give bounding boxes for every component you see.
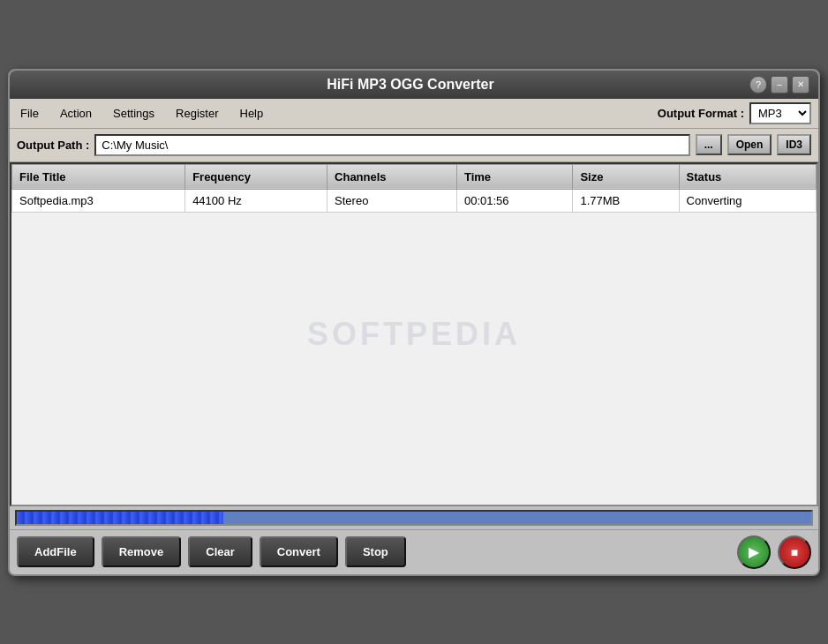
menu-register[interactable]: Register <box>172 105 222 122</box>
clear-button[interactable]: Clear <box>188 536 252 567</box>
play-button[interactable]: ▶ <box>737 535 771 569</box>
path-bar: Output Path : ... Open ID3 <box>10 129 818 162</box>
file-list-container: File Title Frequency Channels Time Size … <box>10 162 818 506</box>
id3-button[interactable]: ID3 <box>777 134 811 155</box>
remove-button[interactable]: Remove <box>102 536 182 567</box>
menu-action[interactable]: Action <box>56 105 95 122</box>
menu-bar: File Action Settings Register Help Outpu… <box>10 99 818 129</box>
browse-button[interactable]: ... <box>696 134 722 155</box>
menu-items: File Action Settings Register Help <box>17 105 658 122</box>
open-button[interactable]: Open <box>727 134 772 155</box>
progress-fill <box>17 512 223 524</box>
cell-status: Converting <box>679 189 816 212</box>
stop-button[interactable]: Stop <box>345 536 406 567</box>
help-button[interactable]: ? <box>749 76 767 94</box>
path-label: Output Path : <box>17 139 89 152</box>
close-button[interactable]: ✕ <box>792 76 809 94</box>
table-row[interactable]: Softpedia.mp344100 HzStereo00:01:561.77M… <box>12 189 817 212</box>
table-header-row: File Title Frequency Channels Time Size … <box>12 164 817 189</box>
col-time: Time <box>456 164 572 189</box>
cell-size: 1.77MB <box>573 189 679 212</box>
path-input[interactable] <box>94 134 689 156</box>
cell-time: 00:01:56 <box>456 189 572 212</box>
col-status: Status <box>679 164 816 189</box>
title-bar: HiFi MP3 OGG Converter ? – ✕ <box>10 71 818 99</box>
col-channels: Channels <box>327 164 457 189</box>
convert-button[interactable]: Convert <box>260 536 338 567</box>
menu-help[interactable]: Help <box>237 105 267 122</box>
minimize-button[interactable]: – <box>771 76 788 94</box>
col-size: Size <box>573 164 679 189</box>
play-icon: ▶ <box>749 543 759 560</box>
file-list-area: File Title Frequency Channels Time Size … <box>10 162 818 506</box>
file-table: File Title Frequency Channels Time Size … <box>11 164 817 213</box>
menu-settings[interactable]: Settings <box>109 105 158 122</box>
add-file-button[interactable]: AddFile <box>17 536 94 567</box>
progress-container <box>10 506 818 529</box>
app-window: HiFi MP3 OGG Converter ? – ✕ File Action… <box>8 69 820 576</box>
stop-icon-button[interactable]: ■ <box>778 535 811 569</box>
cell-file-title: Softpedia.mp3 <box>12 189 185 212</box>
window-title: HiFi MP3 OGG Converter <box>72 77 749 93</box>
bottom-bar: AddFile Remove Clear Convert Stop ▶ ■ <box>10 529 818 574</box>
cell-frequency: 44100 Hz <box>185 189 327 212</box>
stop-icon: ■ <box>791 545 798 559</box>
progress-track <box>15 510 813 526</box>
output-format-select[interactable]: MP3 OGG WAV <box>749 102 811 124</box>
output-format-label: Output Format : <box>658 107 744 120</box>
title-controls: ? – ✕ <box>749 76 809 94</box>
col-frequency: Frequency <box>185 164 327 189</box>
menu-file[interactable]: File <box>17 105 42 122</box>
output-format-group: Output Format : MP3 OGG WAV <box>658 102 811 124</box>
cell-channels: Stereo <box>327 189 457 212</box>
col-file-title: File Title <box>12 164 185 189</box>
